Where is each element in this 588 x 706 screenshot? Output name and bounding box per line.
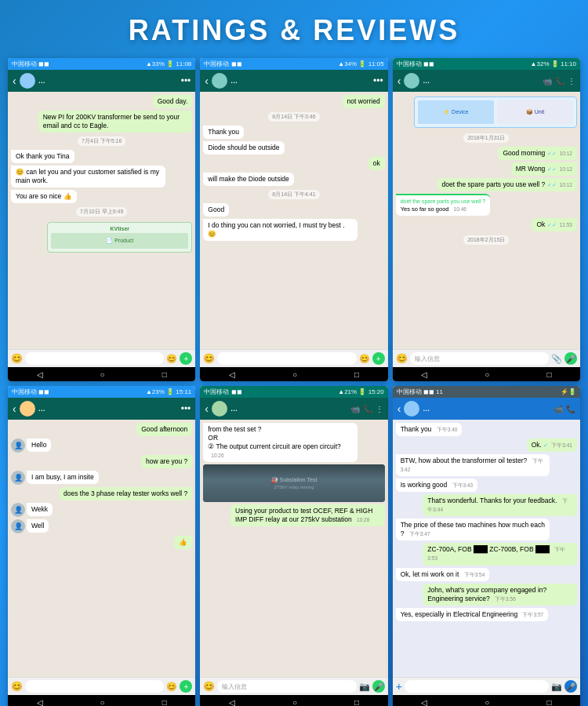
attach-icon-2[interactable]: 😊: [359, 354, 370, 364]
back-nav-3[interactable]: ◁: [421, 370, 427, 379]
bubble: Good day.: [153, 95, 193, 108]
bubble: Is working good 下午3:43: [396, 479, 478, 492]
mic-icon-2[interactable]: +: [372, 352, 385, 365]
home-nav-4[interactable]: ○: [100, 698, 105, 707]
timestamp: 7月10日 早上9:49: [76, 207, 127, 217]
bubble: Ok. ✓下午3:41: [527, 439, 577, 452]
more-icon-2[interactable]: •••: [373, 75, 383, 86]
mic-icon-3[interactable]: 🎤: [564, 352, 577, 365]
add-icon-6[interactable]: +: [396, 680, 402, 693]
home-nav-2[interactable]: ○: [292, 370, 297, 379]
bubble: Good afternoon: [136, 423, 192, 436]
contact-name-5: …: [230, 405, 347, 413]
camera-icon-6[interactable]: 📷: [551, 682, 562, 692]
back-nav-6[interactable]: ◁: [421, 698, 427, 707]
back-icon-5: ‹: [205, 402, 209, 415]
call-icon[interactable]: 📞: [555, 77, 564, 86]
status-bar-3: 中国移动 ◼◼ ▲32% 🔋 11:10: [393, 58, 580, 70]
emoji-icon-2[interactable]: 😊: [203, 353, 215, 364]
more-icon-5[interactable]: ⋮: [376, 405, 383, 413]
avatar-5: [212, 401, 227, 417]
message-input-4[interactable]: [25, 680, 164, 693]
mic-icon-6[interactable]: 🎤: [564, 680, 577, 693]
home-nav-3[interactable]: ○: [485, 370, 489, 379]
call-icon-6[interactable]: 📞: [566, 405, 575, 413]
msg-row: Ok, let mi work on it 下午3:54: [396, 568, 577, 581]
back-nav[interactable]: ◁: [37, 370, 43, 379]
more-icon-1[interactable]: •••: [181, 75, 191, 86]
back-icon-4: ‹: [13, 402, 16, 415]
bubble: Yes, especially in Electrical Engineerin…: [396, 608, 548, 621]
status-bar-1: 中国移动 ◼◼ ▲33% 🔋 11:08: [8, 58, 195, 70]
video-icon-5[interactable]: 📹: [350, 405, 360, 413]
avatar-4: [20, 401, 35, 417]
more-icon-4[interactable]: •••: [181, 403, 191, 414]
msg-row: Using your product to test OCEF, REF & H…: [203, 504, 384, 526]
status-bar-4: 中国移动 ◼◼ ▲23% 🔋 15:11: [8, 386, 195, 398]
user-avatar-4c: 👤: [11, 503, 25, 517]
chat-footer-5: 😊 输入信息 📷 🎤: [200, 677, 387, 695]
emoji-icon[interactable]: 😊: [11, 353, 23, 364]
chat-footer-4: 😊 😊 +: [8, 677, 195, 695]
bubble: ZC-700A, FOB ███ ZC-700B, FOB ███ 下午3:53: [423, 543, 577, 565]
mic-icon[interactable]: +: [180, 352, 192, 365]
recents-nav-6[interactable]: □: [546, 698, 551, 707]
back-nav-2[interactable]: ◁: [229, 370, 235, 379]
message-input-6[interactable]: [405, 680, 549, 693]
phone-screen-3: 中国移动 ◼◼ ▲32% 🔋 11:10 ‹ … 📹 📞 ⋮ ⚡ Device …: [393, 58, 580, 381]
phone-screen-2: 中国移动 ◼◼ ▲34% 🔋 11:05 ‹ … ••• not worried…: [200, 58, 387, 381]
back-nav-4[interactable]: ◁: [37, 698, 43, 707]
user-avatar-4: 👤: [11, 439, 25, 453]
bubble: John, what's your company engaged in? En…: [423, 584, 577, 606]
msg-row: Diode should be outside: [203, 141, 384, 155]
bubble: how are you ?: [141, 455, 192, 468]
call-icon-5[interactable]: 📞: [363, 405, 372, 413]
emoji-icon-4[interactable]: 😊: [11, 681, 23, 692]
message-input-1[interactable]: [25, 352, 164, 365]
mic-icon-5[interactable]: 🎤: [372, 680, 385, 693]
msg-row: ZC-700A, FOB ███ ZC-700B, FOB ███ 下午3:53: [396, 543, 577, 565]
chat-footer-2: 😊 😊 +: [200, 349, 387, 367]
attach-icon[interactable]: 😊: [166, 354, 177, 364]
msg-row: Ok. ✓下午3:41: [396, 439, 577, 452]
video-icon-6[interactable]: 📹: [554, 405, 563, 413]
home-nav-6[interactable]: ○: [485, 698, 489, 707]
contact-name-1: …: [38, 77, 178, 85]
emoji-icon-3[interactable]: 😊: [396, 353, 408, 364]
substation-image: 🏭 Substation Test 275kV relay testing: [203, 464, 384, 502]
avatar-6: [404, 401, 419, 417]
home-nav-5[interactable]: ○: [292, 698, 297, 707]
bubble: doet the spare parts you use well ?Yes s…: [396, 194, 491, 216]
recents-nav[interactable]: □: [162, 370, 167, 379]
recents-nav-4[interactable]: □: [162, 698, 167, 707]
home-nav[interactable]: ○: [100, 370, 105, 379]
recents-nav-3[interactable]: □: [546, 370, 551, 379]
attach-icon-3[interactable]: 📎: [551, 354, 562, 364]
bubble: Diode should be outside: [203, 141, 284, 155]
msg-row: Good day.: [11, 95, 192, 108]
msg-row: John, what's your company engaged in? En…: [396, 584, 577, 606]
message-input-3[interactable]: 输入信息: [410, 352, 549, 365]
bubble: ok: [368, 157, 385, 170]
message-input-2[interactable]: [217, 352, 356, 365]
recents-nav-5[interactable]: □: [354, 698, 359, 707]
chat-body-1: Good day. New PI for 200KV transformer b…: [8, 92, 195, 349]
back-nav-5[interactable]: ◁: [229, 698, 235, 707]
bubble: 👍: [174, 536, 192, 549]
phone-screen-4: 中国移动 ◼◼ ▲23% 🔋 15:11 ‹ … ••• Good aftern…: [8, 386, 195, 706]
message-input-5[interactable]: 输入信息: [217, 680, 356, 693]
attach-icon-4[interactable]: 😊: [166, 682, 177, 692]
back-icon-3: ‹: [397, 75, 401, 87]
more-icon-3[interactable]: ⋮: [568, 77, 575, 86]
msg-row: Good morning ✓✓10:12: [396, 147, 577, 160]
msg-row: will make the Diode outside: [203, 173, 384, 186]
video-icon[interactable]: 📹: [543, 77, 552, 86]
product-image: KVtiser 📄 Product: [47, 222, 192, 253]
status-bar-5: 中国移动 ◼◼ ▲21% 🔋 15:20: [200, 386, 387, 398]
attach-icon-5[interactable]: 📷: [359, 682, 370, 692]
chat-body-5: from the test set ?OR② The output curren…: [200, 420, 387, 677]
recents-nav-2[interactable]: □: [354, 370, 359, 379]
contact-name-6: …: [423, 405, 550, 413]
mic-icon-4[interactable]: +: [180, 680, 192, 693]
emoji-icon-5[interactable]: 😊: [203, 681, 215, 692]
